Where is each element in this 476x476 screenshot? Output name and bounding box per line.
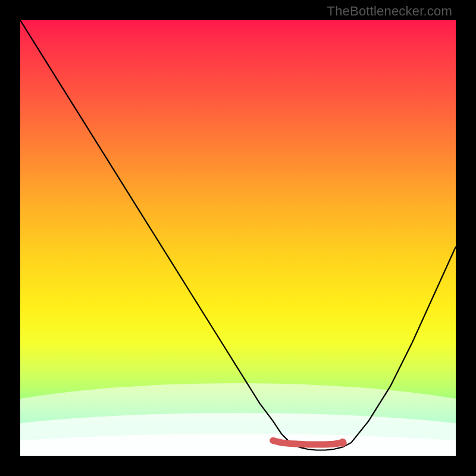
optimal-end-dot [339, 439, 347, 447]
chart-frame: TheBottlenecker.com [0, 0, 476, 476]
chart-svg [20, 20, 456, 456]
plot-area [20, 20, 456, 456]
svg-point-2 [20, 434, 456, 456]
white-glow-band [20, 383, 456, 456]
watermark-text: TheBottlenecker.com [327, 4, 452, 19]
